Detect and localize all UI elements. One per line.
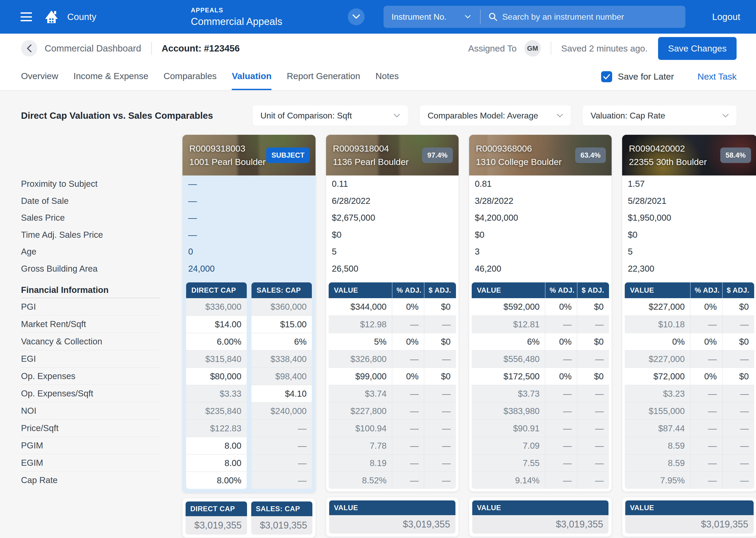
valuation-toolbar: Direct Cap Valuation vs. Sales Comparabl… xyxy=(0,91,756,126)
table-cell: — xyxy=(722,350,754,367)
summary-value: $3,019,355 xyxy=(251,516,313,535)
table-cell[interactable]: $0 xyxy=(722,333,754,350)
table-cell: $3.74 xyxy=(329,385,392,402)
table-cell[interactable]: $0 xyxy=(424,333,456,350)
table-cell: $3.73 xyxy=(472,385,545,402)
table-cell[interactable]: 0% xyxy=(392,333,424,350)
property-address: 1310 College Boulder xyxy=(476,157,562,167)
column-header: SALES: CAP xyxy=(252,282,312,298)
menu-icon[interactable] xyxy=(21,12,32,21)
breadcrumb[interactable]: Commercial Dashboard xyxy=(45,43,141,54)
next-task-link[interactable]: Next Task xyxy=(697,72,736,82)
table-cell[interactable]: $592,000 xyxy=(472,298,545,315)
column-header: $ ADJ. xyxy=(722,282,754,298)
subject-tables: DIRECT CAP $336,000 $14.00 6.00% $315,84… xyxy=(182,282,315,493)
table-cell: — xyxy=(424,472,456,489)
account-number: Account: #123456 xyxy=(162,43,240,54)
table-cell[interactable]: 6.00% xyxy=(186,333,247,350)
table-cell[interactable]: 8.00% xyxy=(186,472,247,489)
divider xyxy=(480,10,481,24)
table-cell[interactable]: 8.00 xyxy=(186,437,247,454)
table-cell[interactable]: 0% xyxy=(690,333,722,350)
table-cell[interactable]: 0% xyxy=(392,368,424,385)
table-cell: $98,400 xyxy=(252,368,312,385)
table-cell: 9.14% xyxy=(472,472,545,489)
table-cell[interactable]: $0 xyxy=(722,298,754,315)
info-value: 5 xyxy=(622,243,756,260)
column-header: % ADJ. xyxy=(392,282,424,298)
table-cell[interactable]: $0 xyxy=(577,298,609,315)
table-cell: $12.98 xyxy=(329,316,392,333)
table-cell: — xyxy=(690,385,722,402)
table-cell[interactable]: $227,000 xyxy=(625,298,690,315)
chevron-down-icon xyxy=(353,15,360,19)
search-category-value: Instrument No. xyxy=(391,12,447,22)
parcel-id: R0009368006 xyxy=(476,143,562,154)
table-cell[interactable]: $0 xyxy=(424,298,456,315)
table-cell[interactable]: $0 xyxy=(577,368,609,385)
logout-button[interactable]: Logout xyxy=(712,12,740,22)
table-cell: $12.81 xyxy=(472,316,545,333)
table-cell[interactable]: 0% xyxy=(625,333,690,350)
table-cell[interactable]: $4.10 xyxy=(252,385,312,402)
table-cell[interactable]: $0 xyxy=(424,368,456,385)
column-header: VALUE xyxy=(472,282,545,298)
table-cell[interactable]: $99,000 xyxy=(329,368,392,385)
table-cell: 8.52% xyxy=(329,472,392,489)
table-cell: — xyxy=(577,385,609,402)
search-bar: Instrument No. xyxy=(384,6,685,28)
table-cell[interactable]: $14.00 xyxy=(186,316,247,333)
table-cell[interactable]: 0% xyxy=(545,298,577,315)
property-address: 1136 Pearl Boulder xyxy=(333,157,409,167)
divider xyxy=(551,42,551,55)
column-header: % ADJ. xyxy=(690,282,722,298)
unit-of-comparison-dropdown[interactable]: Unit of Comparison: Sqft xyxy=(253,105,408,126)
tab-notes[interactable]: Notes xyxy=(375,63,399,90)
table-cell: — xyxy=(577,350,609,367)
tab-report-generation[interactable]: Report Generation xyxy=(287,63,360,90)
info-value: 0.11 xyxy=(326,176,458,192)
table-cell[interactable]: $344,000 xyxy=(329,298,392,315)
table-cell[interactable]: 5% xyxy=(329,333,392,350)
table-cell[interactable]: $72,000 xyxy=(625,368,690,385)
table-cell: 7.09 xyxy=(472,437,545,454)
search-input[interactable] xyxy=(502,12,678,22)
info-value: — xyxy=(182,209,315,227)
save-changes-button[interactable]: Save Changes xyxy=(658,37,736,60)
tab-valuation[interactable]: Valuation xyxy=(232,63,271,90)
table-cell[interactable]: 6% xyxy=(252,333,312,350)
search-category-select[interactable]: Instrument No. xyxy=(391,12,471,22)
row-label: PGI xyxy=(21,298,160,315)
table-cell[interactable]: $172,500 xyxy=(472,368,545,385)
tab-overview[interactable]: Overview xyxy=(21,63,58,90)
tab-comparables[interactable]: Comparables xyxy=(164,63,216,90)
table-cell[interactable]: 0% xyxy=(690,368,722,385)
table-cell[interactable]: $80,000 xyxy=(186,368,247,385)
info-value: 26,500 xyxy=(326,260,458,277)
table-cell[interactable]: $15.00 xyxy=(252,316,312,333)
row-label: Date of Sale xyxy=(21,192,172,210)
table-cell: — xyxy=(722,403,754,419)
valuation-method-dropdown[interactable]: Valuation: Cap Rate xyxy=(583,105,736,126)
table-cell: 7.55 xyxy=(472,455,545,471)
comparables-model-dropdown[interactable]: Comparables Model: Average xyxy=(420,105,571,126)
tab-income-expense[interactable]: Income & Expense xyxy=(73,63,148,90)
table-cell[interactable]: 8.00 xyxy=(186,455,247,471)
table-cell: $556,480 xyxy=(472,350,545,367)
save-for-later-checkbox[interactable] xyxy=(601,71,612,82)
table-cell[interactable]: 0% xyxy=(392,298,424,315)
table-cell[interactable]: 6% xyxy=(472,333,545,350)
table-cell: — xyxy=(392,350,424,367)
similarity-badge: 63.4% xyxy=(575,147,606,163)
table-cell: — xyxy=(424,455,456,471)
back-button[interactable] xyxy=(21,40,37,56)
table-cell: $87.44 xyxy=(625,420,690,437)
table-cell[interactable]: $0 xyxy=(577,333,609,350)
table-cell[interactable]: 0% xyxy=(545,368,577,385)
table-cell: — xyxy=(252,420,312,437)
table-cell[interactable]: 0% xyxy=(545,333,577,350)
table-cell[interactable]: $0 xyxy=(722,368,754,385)
section-switcher-button[interactable] xyxy=(348,8,365,25)
table-cell[interactable]: 0% xyxy=(690,298,722,315)
similarity-badge: 97.4% xyxy=(422,147,453,163)
